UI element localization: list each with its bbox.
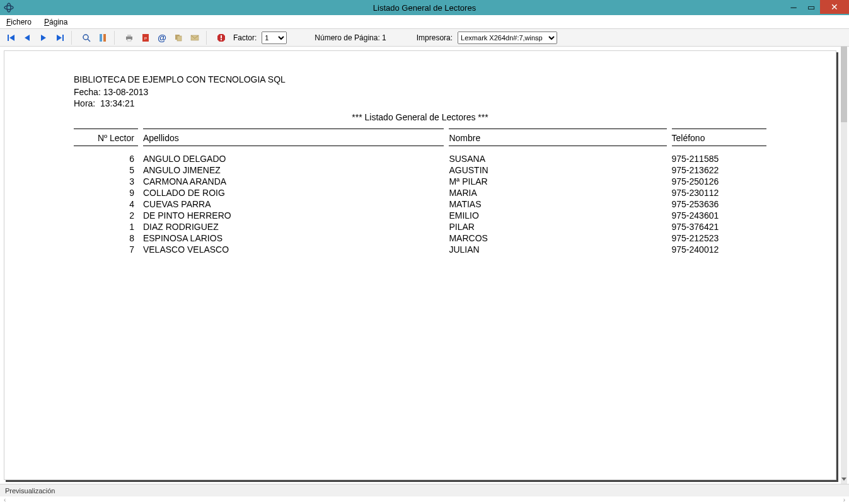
page-number-label: Número de Página: 1 [312, 33, 388, 42]
separator [71, 31, 75, 45]
separator [206, 31, 210, 45]
document-viewport: BIBLIOTECA DE EJEMPLO CON TECNOLOGIA SQL… [0, 47, 849, 484]
report-library-name: BIBLIOTECA DE EJEMPLO CON TECNOLOGIA SQL [74, 74, 766, 85]
cell-apellidos: CUEVAS PARRA [141, 198, 447, 210]
factor-label: Factor: [231, 33, 259, 42]
cell-telefono: 975-230112 [669, 187, 767, 198]
stop-button[interactable] [214, 31, 228, 45]
svg-rect-16 [221, 39, 222, 40]
columns-button[interactable] [96, 31, 110, 45]
nav-last-button[interactable] [53, 31, 67, 45]
cell-nombre: MARCOS [446, 232, 669, 244]
magnifier-icon [82, 33, 91, 42]
cell-nombre: SUSANA [446, 146, 669, 164]
vertical-scrollbar-down[interactable] [841, 474, 847, 484]
cell-apellidos: DE PINTO HERRERO [141, 210, 447, 221]
app-icon [4, 3, 14, 13]
svg-point-2 [83, 35, 88, 40]
separator [114, 31, 118, 45]
cell-telefono: 975-243601 [669, 210, 767, 221]
stop-icon [217, 33, 226, 42]
cell-apellidos: ESPINOSA LARIOS [141, 232, 447, 244]
mail-button[interactable] [188, 31, 202, 45]
svg-rect-15 [221, 35, 222, 38]
table-row: 5ANGULO JIMENEZAGUSTIN975-213622 [74, 164, 766, 176]
factor-select[interactable]: 1 [262, 32, 287, 44]
cell-nombre: AGUSTIN [446, 164, 669, 176]
cell-telefono: 975-253636 [669, 198, 767, 210]
pdf-button[interactable]: P [139, 31, 153, 45]
svg-rect-8 [127, 39, 131, 41]
hscroll-right-icon[interactable]: › [843, 496, 845, 504]
statusbar: Previsualización [0, 484, 849, 496]
copy-icon [174, 33, 183, 42]
table-row: 6ANGULO DELGADOSUSANA975-211585 [74, 146, 766, 164]
maximize-button[interactable]: ▭ [802, 0, 820, 14]
table-row: 9COLLADO DE ROIGMARIA975-230112 [74, 187, 766, 198]
cell-nombre: PILAR [446, 221, 669, 232]
table-row: 4CUEVAS PARRAMATIAS975-253636 [74, 198, 766, 210]
cell-num: 9 [74, 187, 141, 198]
cell-apellidos: CARMONA ARANDA [141, 176, 447, 187]
cell-num: 4 [74, 198, 141, 210]
columns-icon [98, 33, 107, 42]
col-header-nombre: Nombre [446, 129, 669, 146]
hscroll-left-icon[interactable]: ‹ [4, 496, 6, 504]
report-time: Hora: 13:34:21 [74, 98, 766, 109]
cell-apellidos: DIAZ RODRIGUEZ [141, 221, 447, 232]
report-title: *** Listado General de Lectores *** [74, 112, 766, 122]
printer-icon [125, 33, 134, 42]
table-row: 8ESPINOSA LARIOSMARCOS975-212523 [74, 232, 766, 244]
cell-num: 5 [74, 164, 141, 176]
window-controls: ─ ▭ ✕ [785, 0, 849, 15]
zoom-button[interactable] [79, 31, 93, 45]
nav-first-button[interactable] [4, 31, 18, 45]
cell-telefono: 975-376421 [669, 221, 767, 232]
table-row: 3CARMONA ARANDAMª PILAR975-250126 [74, 176, 766, 187]
copy-button[interactable] [171, 31, 185, 45]
at-icon: @ [158, 33, 166, 43]
svg-point-0 [4, 6, 13, 9]
svg-rect-7 [127, 35, 131, 37]
nav-prev-button[interactable] [20, 31, 34, 45]
cell-nombre: Mª PILAR [446, 176, 669, 187]
table-row: 1DIAZ RODRIGUEZPILAR975-376421 [74, 221, 766, 232]
cell-num: 1 [74, 221, 141, 232]
cell-nombre: JULIAN [446, 244, 669, 255]
cell-num: 7 [74, 244, 141, 255]
cell-telefono: 975-240012 [669, 244, 767, 255]
col-header-telefono: Teléfono [669, 129, 767, 146]
report-date: Fecha: 13-08-2013 [74, 86, 766, 98]
svg-line-3 [88, 39, 90, 42]
cell-num: 6 [74, 146, 141, 164]
cell-apellidos: COLLADO DE ROIG [141, 187, 447, 198]
minimize-button[interactable]: ─ [785, 0, 802, 14]
col-header-num: Nº Lector [74, 129, 141, 146]
cell-nombre: EMILIO [446, 210, 669, 221]
cell-nombre: MARIA [446, 187, 669, 198]
cell-num: 2 [74, 210, 141, 221]
cell-num: 8 [74, 232, 141, 244]
titlebar: Listado General de Lectores ─ ▭ ✕ [0, 0, 849, 15]
cell-nombre: MATIAS [446, 198, 669, 210]
printer-label: Impresora: [414, 33, 455, 42]
horizontal-scroll-hint: ‹ › [0, 496, 849, 504]
svg-rect-5 [103, 34, 106, 42]
cell-apellidos: ANGULO JIMENEZ [141, 164, 447, 176]
cell-num: 3 [74, 176, 141, 187]
vertical-scrollbar-thumb[interactable] [841, 47, 847, 122]
printer-select[interactable]: Lexmark X264dn#:7,winsp [458, 32, 557, 44]
col-header-apellidos: Apellidos [141, 129, 447, 146]
nav-next-button[interactable] [37, 31, 50, 45]
close-button[interactable]: ✕ [820, 0, 849, 14]
cell-telefono: 975-211585 [669, 146, 767, 164]
email-button[interactable]: @ [155, 31, 169, 45]
envelope-icon [190, 33, 199, 42]
cell-apellidos: ANGULO DELGADO [141, 146, 447, 164]
print-button[interactable] [122, 31, 136, 45]
cell-apellidos: VELASCO VELASCO [141, 244, 447, 255]
svg-text:P: P [144, 37, 147, 40]
menu-fichero[interactable]: Fichero [4, 16, 34, 28]
menu-pagina[interactable]: Página [42, 16, 70, 28]
svg-rect-4 [100, 34, 102, 42]
